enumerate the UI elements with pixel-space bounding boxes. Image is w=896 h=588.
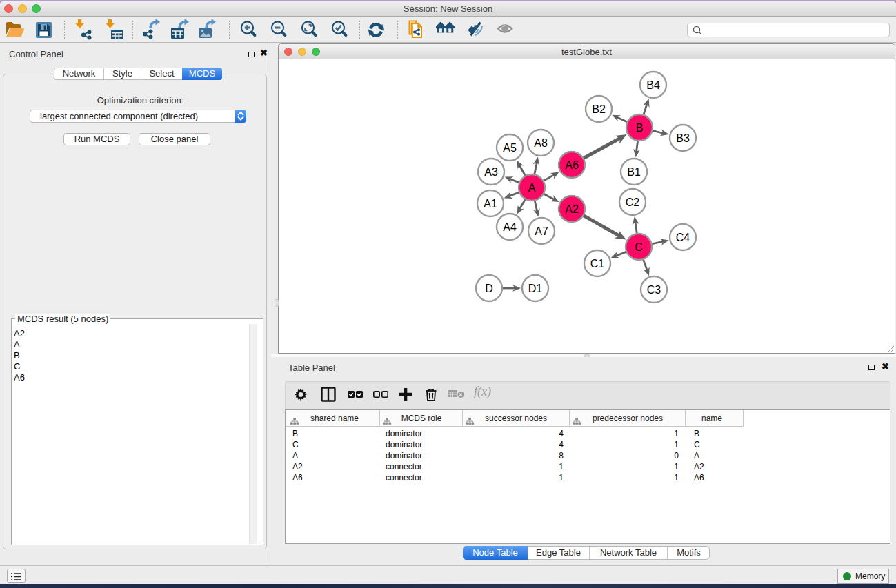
svg-text:A3: A3 bbox=[484, 166, 498, 178]
svg-text:A: A bbox=[528, 182, 536, 194]
svg-text:B2: B2 bbox=[592, 103, 606, 115]
svg-text:A2: A2 bbox=[565, 203, 579, 215]
svg-text:A7: A7 bbox=[535, 225, 548, 237]
svg-text:A1: A1 bbox=[484, 198, 497, 210]
svg-text:A4: A4 bbox=[503, 221, 517, 233]
svg-text:D: D bbox=[485, 283, 493, 294]
svg-text:D1: D1 bbox=[528, 283, 543, 294]
svg-text:B4: B4 bbox=[646, 79, 660, 91]
svg-text:C1: C1 bbox=[590, 258, 605, 270]
svg-text:B3: B3 bbox=[676, 132, 690, 144]
svg-text:B1: B1 bbox=[627, 166, 641, 178]
svg-text:C: C bbox=[635, 241, 643, 253]
svg-text:C4: C4 bbox=[676, 232, 690, 243]
svg-text:B: B bbox=[636, 122, 644, 134]
svg-text:A8: A8 bbox=[534, 137, 548, 149]
svg-text:A6: A6 bbox=[565, 159, 579, 171]
svg-text:C3: C3 bbox=[647, 284, 661, 296]
svg-text:C2: C2 bbox=[626, 196, 640, 208]
svg-text:A5: A5 bbox=[503, 142, 517, 154]
